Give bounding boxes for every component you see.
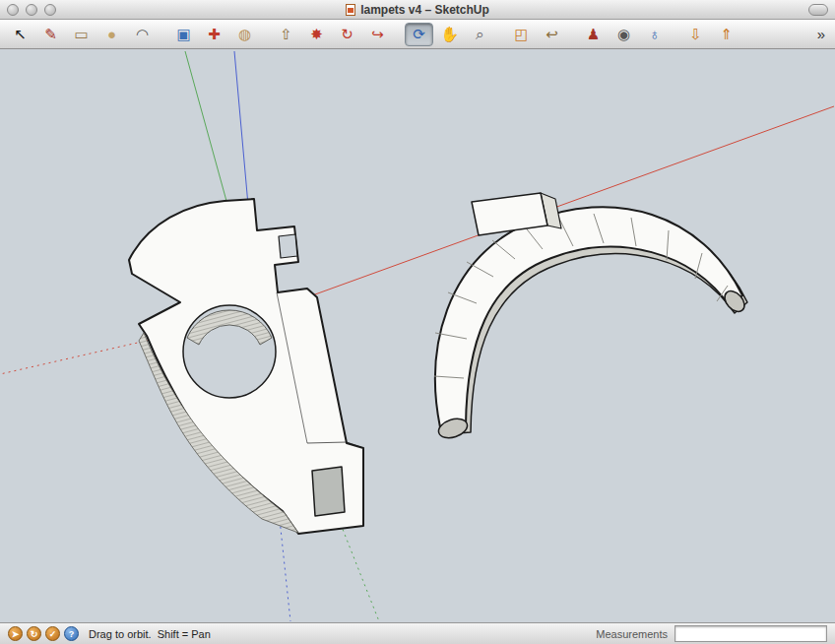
walk-icon: ♟ — [587, 27, 600, 41]
line-tool-button[interactable]: ✎ — [36, 23, 65, 46]
close-button[interactable] — [7, 4, 19, 16]
zoom-button[interactable] — [44, 4, 56, 16]
status-buttons: ➤↻✓? — [8, 626, 79, 641]
status-hint: Drag to orbit. Shift = Pan — [89, 628, 211, 640]
drawing-axes — [0, 51, 834, 621]
rotate-tool-button[interactable]: ↻ — [333, 23, 361, 46]
move-icon: ✚ — [208, 27, 221, 41]
hook-top-face — [435, 207, 742, 427]
rectangle-icon: ▭ — [74, 27, 88, 41]
rotate-icon: ↻ — [341, 27, 353, 41]
model-hook-part[interactable] — [434, 193, 748, 441]
move-tool-button[interactable]: ✚ — [200, 23, 228, 46]
measurements-area: Measurements — [596, 625, 827, 642]
toolbar-separator — [394, 25, 403, 44]
status-badge-2-button[interactable]: ↻ — [27, 626, 41, 641]
walk-tool-button[interactable]: ♟ — [579, 23, 608, 46]
toolbar-separator — [496, 25, 505, 44]
clamp-notch-hole — [279, 234, 297, 258]
arc-icon: ◠ — [136, 27, 149, 41]
push-pull-icon: ⇧ — [280, 27, 292, 41]
toolbar-separator — [568, 25, 577, 44]
zoom-extents-icon: ◰ — [514, 27, 528, 41]
minimize-button[interactable] — [26, 4, 37, 16]
zoom-icon: ⌕ — [476, 27, 483, 41]
toolbar-toggle-button[interactable] — [808, 4, 828, 16]
look-around-tool-button[interactable]: ◉ — [610, 23, 638, 46]
offset-icon: ↪ — [371, 27, 384, 41]
toolbar-tools: ↖✎▭●◠▣✚◍⇧✸↻↪⟳✋⌕◰↩♟◉♁⇩⇑ — [6, 23, 740, 46]
push-pull-tool-button[interactable]: ⇧ — [272, 23, 300, 46]
status-badge-3-icon: ✓ — [49, 629, 57, 639]
get-models-icon: ⇩ — [689, 27, 702, 41]
measurements-label: Measurements — [596, 628, 668, 640]
select-icon: ↖ — [14, 27, 27, 41]
line-icon: ✎ — [44, 27, 57, 41]
orbit-tool-button[interactable]: ⟳ — [405, 23, 433, 46]
look-around-icon: ◉ — [617, 27, 630, 41]
google-earth-tool-button[interactable]: ♁ — [640, 23, 669, 46]
help-button[interactable]: ? — [64, 626, 79, 641]
status-bar: ➤↻✓? Drag to orbit. Shift = Pan Measurem… — [0, 622, 835, 644]
viewport-canvas[interactable] — [0, 49, 835, 622]
toolbar: ↖✎▭●◠▣✚◍⇧✸↻↪⟳✋⌕◰↩♟◉♁⇩⇑ » — [0, 20, 835, 49]
toolbar-separator — [261, 25, 270, 44]
viewport[interactable] — [0, 49, 835, 622]
zoom-tool-button[interactable]: ⌕ — [466, 23, 494, 46]
share-model-tool-button[interactable]: ⇑ — [712, 23, 740, 46]
make-component-icon: ▣ — [176, 27, 190, 41]
measurements-input[interactable] — [674, 625, 827, 642]
zoom-extents-tool-button[interactable]: ◰ — [507, 23, 536, 46]
model-clamp-part[interactable] — [129, 199, 363, 534]
sketchup-window: lampets v4 – SketchUp ↖✎▭●◠▣✚◍⇧✸↻↪⟳✋⌕◰↩♟… — [0, 0, 835, 644]
status-badge-1-button[interactable]: ➤ — [8, 626, 23, 641]
paint-bucket-tool-button[interactable]: ◍ — [230, 23, 259, 46]
status-badge-3-button[interactable]: ✓ — [45, 626, 60, 641]
window-title-area: lampets v4 – SketchUp — [0, 0, 835, 19]
help-icon: ? — [69, 629, 75, 639]
rectangle-tool-button[interactable]: ▭ — [67, 23, 96, 46]
previous-view-icon: ↩ — [546, 27, 558, 41]
document-icon — [346, 4, 355, 16]
share-model-icon: ⇑ — [720, 27, 733, 41]
pan-tool-button[interactable]: ✋ — [435, 23, 464, 46]
select-tool-button[interactable]: ↖ — [6, 23, 34, 46]
paint-bucket-icon: ◍ — [238, 27, 251, 41]
arc-tool-button[interactable]: ◠ — [128, 23, 157, 46]
status-badge-2-icon: ↻ — [31, 629, 38, 639]
make-component-tool-button[interactable]: ▣ — [169, 23, 198, 46]
toolbar-overflow-button[interactable]: » — [813, 26, 829, 42]
offset-tool-button[interactable]: ↪ — [363, 23, 392, 46]
toolbar-separator — [159, 25, 167, 44]
follow-me-icon: ✸ — [310, 27, 323, 41]
toolbar-separator — [671, 25, 679, 44]
get-models-tool-button[interactable]: ⇩ — [681, 23, 710, 46]
google-earth-icon: ♁ — [649, 27, 660, 41]
follow-me-tool-button[interactable]: ✸ — [302, 23, 331, 46]
clamp-foot-hole — [312, 467, 345, 516]
orbit-icon: ⟳ — [413, 27, 425, 41]
window-title: lampets v4 – SketchUp — [360, 3, 489, 17]
previous-view-tool-button[interactable]: ↩ — [538, 23, 566, 46]
window-controls — [7, 4, 56, 16]
title-bar: lampets v4 – SketchUp — [0, 0, 835, 20]
circle-icon: ● — [107, 27, 116, 41]
pan-icon: ✋ — [440, 27, 459, 41]
circle-tool-button[interactable]: ● — [97, 23, 126, 46]
status-badge-1-icon: ➤ — [12, 629, 20, 639]
